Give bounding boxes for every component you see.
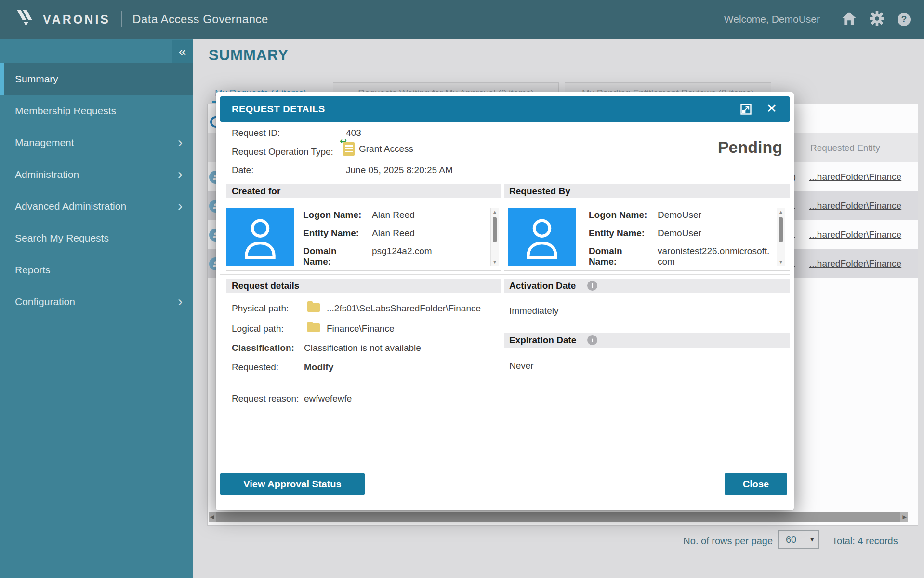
expiration-date-section-header: Expiration Date i (504, 333, 790, 348)
scrollbar-thumb[interactable] (493, 217, 497, 242)
collapse-chevrons-icon: « (179, 44, 186, 59)
sidebar-navigation: « Summary Membership Requests Management… (0, 39, 193, 578)
home-icon[interactable] (842, 12, 857, 27)
section-title: Request details (232, 279, 299, 293)
entity-name-label: Entity Name: (589, 228, 645, 239)
sidebar-item-membership-requests[interactable]: Membership Requests (0, 95, 193, 127)
logical-path-label: Logical path: (232, 323, 284, 335)
logon-name-label: Logon Name: (303, 210, 361, 220)
column-header-requested-entity[interactable]: Requested Entity (810, 133, 880, 162)
request-reason-label: Request reason: (232, 392, 299, 405)
physical-path-label: Physical path: (232, 302, 289, 315)
chevron-right-icon: › (178, 166, 183, 182)
brand: VARONIS Data Access Governance (16, 0, 268, 39)
horizontal-scrollbar[interactable]: ◀ ▶ (209, 512, 908, 522)
grant-access-icon: ↩ (343, 142, 355, 156)
sidebar-item-label: Administration (15, 169, 79, 180)
scroll-down-icon[interactable]: ▼ (491, 259, 499, 265)
sidebar-item-search-my-requests[interactable]: Search My Requests (0, 222, 193, 254)
sidebar-item-label: Reports (15, 264, 51, 276)
dialog-header: REQUEST DETAILS ✕ (220, 96, 790, 122)
created-for-avatar (226, 208, 294, 266)
scroll-right-icon[interactable]: ▶ (903, 512, 907, 522)
requested-by-avatar (508, 208, 576, 266)
info-icon[interactable]: i (587, 281, 597, 291)
rows-per-page-value: 60 (786, 531, 796, 548)
page-title: SUMMARY (209, 47, 289, 64)
entity-name-value: Alan Reed (372, 228, 415, 239)
scroll-left-icon[interactable]: ◀ (210, 512, 214, 522)
sidebar-item-label: Configuration (15, 296, 75, 308)
top-header-bar: VARONIS Data Access Governance Welcome, … (0, 0, 924, 39)
expiration-date-value: Never (509, 360, 534, 372)
request-details-dialog: REQUEST DETAILS ✕ Request ID: 403 Reques… (216, 92, 794, 510)
sidebar-item-label: Management (15, 137, 74, 148)
dialog-title: REQUEST DETAILS (232, 96, 325, 122)
folder-icon (307, 323, 320, 332)
info-icon[interactable]: i (587, 335, 597, 345)
requested-entity-cell: ...haredFolder\Finance (809, 249, 910, 279)
request-id-label: Request ID: (232, 127, 280, 139)
settings-gear-icon[interactable] (870, 11, 884, 28)
logon-name-value: DemoUser (658, 210, 701, 220)
logon-name-label: Logon Name: (589, 210, 647, 220)
sidebar-item-advanced-administration[interactable]: Advanced Administration › (0, 190, 193, 222)
section-title: Expiration Date (509, 333, 576, 348)
requested-entity-link[interactable]: ...haredFolder\Finance (809, 172, 901, 182)
date-value: June 05, 2025 8:20:25 AM (346, 164, 453, 176)
requested-by-section-header: Requested By (504, 184, 790, 198)
view-approval-status-button[interactable]: View Approval Status (220, 473, 365, 495)
product-name: Data Access Governance (132, 13, 268, 26)
brand-divider (121, 11, 122, 27)
classification-label: Classification: (232, 342, 294, 354)
sidebar-item-summary[interactable]: Summary (0, 63, 193, 95)
sidebar-collapse-button[interactable]: « (172, 40, 193, 63)
topbar-actions: Welcome, DemoUser (724, 0, 911, 39)
application-window: VARONIS Data Access Governance Welcome, … (0, 0, 924, 578)
domain-name-label: Domain Name: (589, 246, 634, 267)
rows-per-page-label: No. of rows per page (626, 532, 773, 550)
sidebar-item-reports[interactable]: Reports (0, 254, 193, 286)
domain-name-value: varonistest226.onmicrosoft.com (658, 246, 772, 267)
requested-by-card: Logon Name: DemoUser Entity Name: DemoUs… (504, 202, 790, 271)
section-title: Created for (232, 184, 280, 198)
sidebar-menu: Summary Membership Requests Management ›… (0, 63, 193, 318)
section-title: Activation Date (509, 279, 576, 293)
requested-entity-link[interactable]: ...haredFolder\Finance (809, 258, 901, 269)
close-button[interactable]: Close (725, 473, 787, 495)
requested-entity-link[interactable]: ...haredFolder\Finance (809, 229, 901, 240)
domain-name-label: Domain Name: (303, 246, 349, 267)
sidebar-item-administration[interactable]: Administration › (0, 159, 193, 190)
entity-name-value: DemoUser (658, 228, 701, 239)
divider (220, 180, 790, 180)
sidebar-item-management[interactable]: Management › (0, 127, 193, 159)
operation-type-label: Request Operation Type: (232, 146, 333, 158)
brand-name: VARONIS (43, 13, 110, 27)
card-scrollbar[interactable]: ▲ ▼ (490, 208, 499, 266)
chevron-down-icon: ▾ (810, 531, 814, 548)
scrollbar-thumb[interactable] (779, 217, 783, 242)
logical-path-value: Finance\Finance (327, 323, 394, 335)
created-for-card: Logon Name: Alan Reed Entity Name: Alan … (226, 202, 501, 271)
scroll-up-icon[interactable]: ▲ (777, 209, 785, 215)
varonis-logo-icon (16, 10, 36, 29)
expand-dialog-icon[interactable] (739, 103, 752, 116)
divider (220, 274, 790, 275)
sidebar-item-configuration[interactable]: Configuration › (0, 286, 193, 318)
help-icon[interactable]: ? (898, 13, 911, 26)
card-scrollbar[interactable]: ▲ ▼ (777, 208, 785, 266)
scroll-down-icon[interactable]: ▼ (777, 259, 785, 265)
physical-path-link[interactable]: ...2fs01\SeLabsSharedFolder\Finance (327, 302, 481, 315)
chevron-right-icon: › (178, 134, 183, 150)
requested-entity-link[interactable]: ...haredFolder\Finance (809, 201, 901, 211)
close-icon[interactable]: ✕ (766, 96, 777, 121)
request-details-section-header: Request details (226, 279, 501, 293)
created-for-section-header: Created for (226, 184, 501, 198)
scroll-up-icon[interactable]: ▲ (491, 209, 499, 215)
rows-per-page-select[interactable]: 60 ▾ (778, 530, 819, 549)
requested-label: Requested: (232, 361, 278, 374)
folder-icon (307, 303, 320, 312)
operation-type-value: Grant Access (359, 144, 413, 154)
scrollbar-thumb[interactable] (216, 512, 900, 522)
activation-date-value: Immediately (509, 305, 558, 317)
